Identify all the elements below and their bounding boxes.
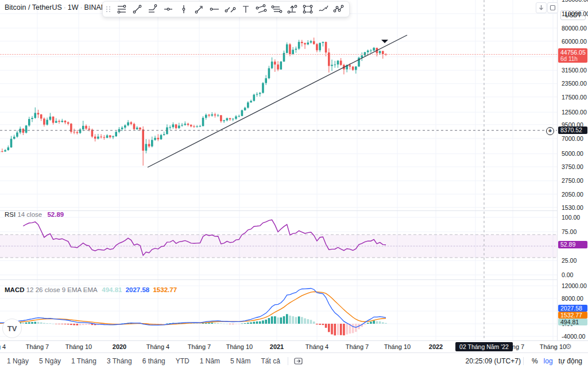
rsi-pane xyxy=(0,220,557,258)
flat-channel-tool[interactable] xyxy=(269,2,284,16)
parallel-channel-icon xyxy=(255,3,268,16)
candle xyxy=(160,135,163,139)
symbol-name[interactable]: Bitcoin / TetherUS xyxy=(5,3,62,12)
candle xyxy=(133,124,136,129)
date-price-range-icon xyxy=(286,3,299,16)
price-tick-label: 80000.00 xyxy=(562,25,587,32)
time-tick-label: Tháng 10 xyxy=(384,343,411,350)
candle xyxy=(175,124,177,128)
candle xyxy=(1,151,3,152)
candlestick-series xyxy=(0,35,557,167)
fib-retracement-tool[interactable] xyxy=(114,2,129,16)
candle xyxy=(325,42,327,52)
abcd-pattern-tool[interactable] xyxy=(331,2,346,16)
pane-divider-rsi-macd[interactable] xyxy=(0,279,588,280)
scroll-to-recent-button[interactable] xyxy=(536,2,547,13)
brush-tool[interactable] xyxy=(315,2,331,16)
auto-scale-button[interactable]: tự động xyxy=(559,357,588,365)
candle xyxy=(202,118,204,126)
candle xyxy=(88,129,90,130)
candle xyxy=(208,115,210,116)
trend-line-drawing[interactable] xyxy=(148,35,407,167)
macd-histogram xyxy=(0,314,387,335)
price-tick-label: 12500.00 xyxy=(562,109,587,116)
candle xyxy=(259,93,261,94)
text-tool[interactable] xyxy=(238,2,253,16)
candle xyxy=(244,108,246,110)
candle xyxy=(85,126,87,129)
range-button[interactable]: 6 tháng xyxy=(137,357,171,365)
range-button[interactable]: 1 Tháng xyxy=(66,357,102,365)
candle xyxy=(382,51,384,54)
macd-tick-label: 12000.00 xyxy=(562,282,587,289)
candle xyxy=(364,52,366,56)
toolbar-drag-handle[interactable] xyxy=(106,5,112,14)
trend-line-tool[interactable] xyxy=(129,2,145,16)
bottom-toolbar: 1 Ngày5 Ngày1 Tháng3 Tháng6 thángYTD1 Nă… xyxy=(0,352,588,368)
clock-label[interactable]: 20:25:09 (UTC+7) xyxy=(466,357,521,365)
candle xyxy=(163,134,165,135)
rsi-legend[interactable]: RSI 14 close 52.89 xyxy=(5,211,64,218)
candle xyxy=(184,124,186,125)
range-button[interactable]: 5 Năm xyxy=(225,357,256,365)
candle xyxy=(304,43,306,44)
candle xyxy=(367,51,369,52)
candle xyxy=(322,42,324,43)
range-button[interactable]: 1 Năm xyxy=(195,357,225,365)
parallel-lines-tool[interactable] xyxy=(222,2,238,16)
candle xyxy=(46,120,48,124)
price-tick-label: 2050.00 xyxy=(562,191,583,198)
candle xyxy=(181,125,183,125)
range-button[interactable]: Tất cả xyxy=(256,357,285,365)
macd-legend[interactable]: MACD 12 26 close 9 EMA EMA 494.81 2027.5… xyxy=(5,286,177,293)
candle xyxy=(124,125,126,128)
date-price-range-tool[interactable] xyxy=(284,2,300,16)
log-scale-button[interactable]: log xyxy=(544,357,559,365)
price-tick-label: 7000.00 xyxy=(562,135,583,142)
horizontal-line-tool[interactable] xyxy=(160,2,176,16)
macd-tick-label: 8000.00 xyxy=(562,295,583,302)
candle xyxy=(7,147,9,150)
candle xyxy=(10,139,13,147)
crosshair-date-tooltip: 02 Tháng Năm '22 xyxy=(455,342,513,351)
candle xyxy=(55,121,57,122)
candle xyxy=(187,124,189,125)
interval-label[interactable]: 1W xyxy=(68,3,79,12)
candle xyxy=(313,41,315,44)
range-button[interactable]: 5 Ngày xyxy=(34,357,66,365)
favorites-drawing-toolbar[interactable] xyxy=(102,1,350,17)
candle xyxy=(154,138,156,140)
range-button[interactable]: YTD xyxy=(171,357,195,365)
parallel-channel-tool[interactable] xyxy=(253,2,269,16)
candle xyxy=(136,128,138,129)
time-tick-label: 2020 xyxy=(113,343,126,350)
vertical-line-tool[interactable] xyxy=(176,2,191,16)
candle xyxy=(274,62,276,64)
candle xyxy=(73,132,75,132)
time-scale-gear-icon[interactable]: ⚙ xyxy=(565,342,572,351)
arrow-tool[interactable] xyxy=(191,2,207,16)
macd-line-price-label: 2027.58 xyxy=(558,305,587,312)
toolbar-divider xyxy=(288,357,288,365)
candle xyxy=(268,68,270,78)
flat-channel-icon xyxy=(270,3,283,16)
rectangle-tool[interactable] xyxy=(300,2,315,16)
candle xyxy=(229,118,231,120)
pane-divider-main-rsi[interactable] xyxy=(0,210,588,211)
add-alert-plus-icon[interactable]: + xyxy=(546,127,554,135)
time-scale[interactable]: Tháng 4Tháng 7Tháng 102020Tháng 4Tháng 7… xyxy=(0,340,588,353)
macd-hist-price-label: 494.81 xyxy=(558,319,587,325)
time-tick-label: 2021 xyxy=(270,343,284,350)
price-scale[interactable]: USDT 150000.00110000.0080000.0060000.004… xyxy=(557,0,588,340)
range-button[interactable]: 3 Tháng xyxy=(102,357,137,365)
fib-channel-tool[interactable] xyxy=(145,2,160,16)
percent-scale-button[interactable]: % xyxy=(526,357,544,365)
symbol-legend[interactable]: Bitcoin / TetherUS·1W·BINANCE xyxy=(5,3,116,12)
candle xyxy=(37,113,40,114)
restore-pane-button[interactable] xyxy=(547,2,558,13)
horizontal-ray-tool[interactable] xyxy=(207,2,222,16)
go-to-date-button[interactable] xyxy=(291,357,307,365)
candle xyxy=(286,44,288,53)
last-price-value: 44756.05 xyxy=(560,49,587,56)
range-button[interactable]: 1 Ngày xyxy=(2,357,34,365)
